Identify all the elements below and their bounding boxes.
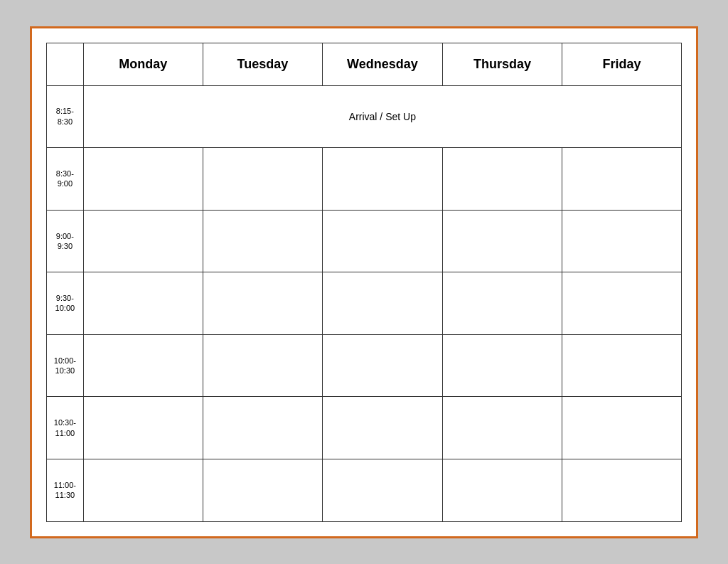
time-930-1000: 9:30- 10:00: [47, 272, 84, 335]
time-1000-1030: 10:00- 10:30: [47, 334, 84, 397]
cell-tue-900[interactable]: [203, 210, 322, 272]
cell-thu-930[interactable]: [442, 272, 562, 335]
cell-fri-830[interactable]: [562, 148, 682, 211]
header-row: Monday Tuesday Wednesday Thursday Friday: [47, 43, 682, 85]
row-930-1000: 9:30- 10:00: [47, 272, 682, 335]
cell-mon-930[interactable]: [83, 272, 203, 335]
header-wednesday: Wednesday: [323, 43, 443, 85]
cell-mon-1100[interactable]: [83, 459, 203, 521]
row-1000-1030: 10:00- 10:30: [47, 334, 682, 397]
cell-tue-1000[interactable]: [203, 334, 322, 397]
cell-tue-1100[interactable]: [203, 459, 322, 521]
row-1100-1130: 11:00- 11:30: [47, 459, 682, 521]
cell-wed-930[interactable]: [323, 272, 443, 335]
header-empty: [47, 43, 84, 85]
row-900-930: 9:00- 9:30: [47, 210, 682, 272]
arrival-cell: Arrival / Set Up: [83, 85, 681, 148]
schedule-table: Monday Tuesday Wednesday Thursday Friday…: [46, 43, 682, 522]
time-1030-1100: 10:30- 11:00: [47, 397, 84, 459]
arrival-row: 8:15- 8:30 Arrival / Set Up: [47, 85, 682, 148]
cell-tue-1030[interactable]: [203, 397, 322, 459]
time-815-830: 8:15- 8:30: [47, 85, 84, 148]
cell-fri-1000[interactable]: [562, 334, 682, 397]
cell-wed-1100[interactable]: [323, 459, 443, 521]
cell-fri-900[interactable]: [562, 210, 682, 272]
cell-fri-1030[interactable]: [562, 397, 682, 459]
time-1100-1130: 11:00- 11:30: [47, 459, 84, 521]
cell-wed-1030[interactable]: [323, 397, 443, 459]
header-thursday: Thursday: [442, 43, 562, 85]
cell-wed-830[interactable]: [323, 148, 443, 211]
row-830-900: 8:30- 9:00: [47, 148, 682, 211]
cell-fri-930[interactable]: [562, 272, 682, 335]
header-monday: Monday: [83, 43, 203, 85]
row-1030-1100: 10:30- 11:00: [47, 397, 682, 459]
cell-mon-830[interactable]: [83, 148, 203, 211]
cell-mon-1000[interactable]: [83, 334, 203, 397]
cell-thu-1000[interactable]: [442, 334, 562, 397]
cell-tue-930[interactable]: [203, 272, 322, 335]
cell-thu-1100[interactable]: [442, 459, 562, 521]
time-900-930: 9:00- 9:30: [47, 210, 84, 272]
header-tuesday: Tuesday: [203, 43, 322, 85]
cell-tue-830[interactable]: [203, 148, 322, 211]
cell-fri-1100[interactable]: [562, 459, 682, 521]
cell-mon-1030[interactable]: [83, 397, 203, 459]
cell-mon-900[interactable]: [83, 210, 203, 272]
cell-thu-900[interactable]: [442, 210, 562, 272]
cell-wed-900[interactable]: [323, 210, 443, 272]
cell-thu-830[interactable]: [442, 148, 562, 211]
page-container: Monday Tuesday Wednesday Thursday Friday…: [30, 26, 698, 538]
cell-thu-1030[interactable]: [442, 397, 562, 459]
header-friday: Friday: [562, 43, 682, 85]
cell-wed-1000[interactable]: [323, 334, 443, 397]
time-830-900: 8:30- 9:00: [47, 148, 84, 211]
